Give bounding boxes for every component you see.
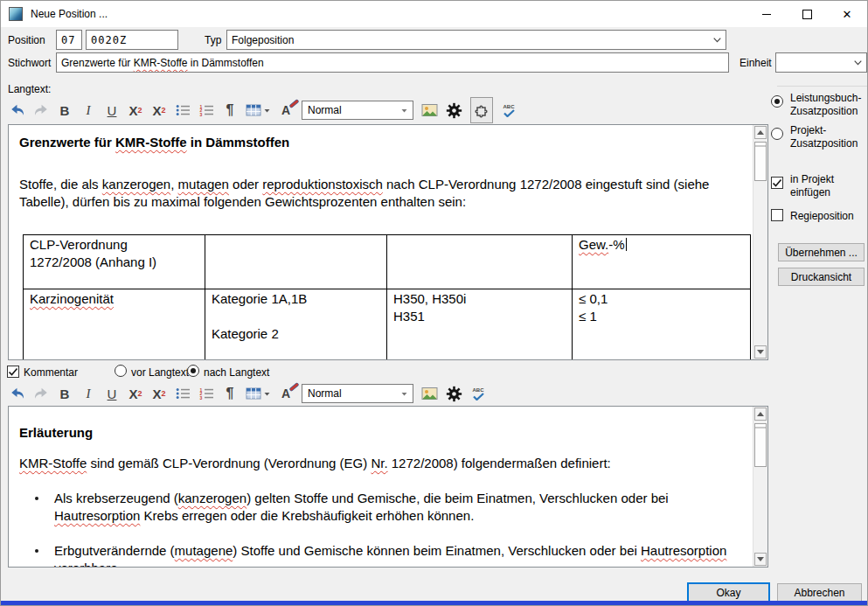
- font-color-button[interactable]: A: [278, 100, 294, 121]
- table-cell[interactable]: ≤ 0,1≤ 1: [573, 289, 751, 360]
- bullet-list-button[interactable]: [175, 383, 191, 404]
- langtext-editor[interactable]: Grenzwerte für KMR-Stoffe in Dämmstoffen…: [8, 124, 768, 360]
- close-button[interactable]: ✕: [827, 1, 867, 27]
- superscript-button[interactable]: X2: [128, 383, 143, 404]
- pilcrow-button[interactable]: ¶: [222, 383, 238, 404]
- italic-button[interactable]: I: [80, 383, 96, 404]
- scroll-down-button[interactable]: [754, 345, 767, 359]
- kommentar-heading: Erläuterung: [19, 424, 93, 442]
- list-item: Als krebserzeugend (kanzerogen) gelten S…: [35, 490, 739, 525]
- spellcheck-button[interactable]: ABC: [501, 100, 517, 121]
- puzzle-icon: [474, 102, 490, 118]
- underline-button[interactable]: U: [104, 383, 120, 404]
- nach-langtext-radio[interactable]: [187, 365, 199, 377]
- font-color-button[interactable]: A: [278, 383, 294, 404]
- uebernehmen-button[interactable]: Übernehmen ...: [778, 243, 865, 261]
- redo-button[interactable]: [33, 100, 49, 121]
- typ-label: Typ: [205, 34, 221, 46]
- bold-button[interactable]: B: [57, 383, 73, 404]
- pen-icon: [289, 383, 298, 391]
- table-cell[interactable]: H350, H350iH351: [387, 289, 573, 360]
- gear-icon: [446, 386, 462, 402]
- regieposition-checkbox[interactable]: [771, 209, 783, 221]
- langtext-table: CLP-Verordnung1272/2008 (Anhang I) Gew.-…: [23, 234, 751, 359]
- table-dropdown-icon: [264, 108, 270, 113]
- stichwort-input[interactable]: Grenzwerte für KMR-Stoffe in Dämmstoffen: [56, 52, 729, 73]
- langtext-heading: Grenzwerte für KMR-Stoffe in Dämmstoffen: [19, 134, 289, 151]
- gear-icon: [446, 102, 462, 119]
- redo-icon: [33, 103, 49, 117]
- settings-button[interactable]: [446, 383, 462, 404]
- scroll-thumb[interactable]: [754, 423, 767, 467]
- table-cell[interactable]: CLP-Verordnung1272/2008 (Anhang I): [24, 235, 205, 289]
- insert-image-button[interactable]: [421, 100, 438, 121]
- settings-button[interactable]: [446, 100, 462, 121]
- svg-text:3: 3: [199, 395, 202, 400]
- table-cell[interactable]: [205, 235, 387, 289]
- abbrechen-button[interactable]: Abbrechen: [777, 583, 862, 603]
- spellcheck-button[interactable]: ABC: [470, 383, 486, 404]
- chevron-down-icon: [854, 60, 862, 66]
- vor-langtext-radio[interactable]: [115, 365, 127, 377]
- typ-select[interactable]: Folgeposition: [226, 30, 726, 50]
- pilcrow-button[interactable]: ¶: [222, 100, 238, 121]
- group-divider: [777, 86, 868, 87]
- paragraph-style-select[interactable]: Normal: [302, 384, 413, 403]
- table-cell[interactable]: Gew.-%: [573, 235, 751, 289]
- superscript-button[interactable]: X2: [128, 100, 143, 121]
- table-button[interactable]: [246, 383, 270, 404]
- scroll-up-button[interactable]: [754, 126, 767, 139]
- scroll-thumb[interactable]: [754, 142, 767, 181]
- undo-button[interactable]: [10, 100, 25, 121]
- arrow-up-icon: [757, 130, 764, 135]
- check-icon: [503, 109, 515, 117]
- table-cell[interactable]: Kategorie 1A,1BKategorie 2: [205, 289, 387, 360]
- table-button[interactable]: [246, 100, 270, 121]
- kommentar-editor[interactable]: Erläuterung KMR-Stoffe sind gemäß CLP-Ve…: [8, 406, 768, 568]
- paragraph-style-select[interactable]: Normal: [302, 101, 413, 120]
- bullet-list-icon: [176, 104, 191, 116]
- in-projekt-einfuegen-checkbox[interactable]: [771, 177, 783, 189]
- kommentar-scrollbar[interactable]: [753, 407, 767, 567]
- projekt-zusatzposition-radio[interactable]: [771, 128, 783, 140]
- position-number-input[interactable]: 0020Z: [86, 30, 178, 50]
- einheit-select[interactable]: [775, 52, 867, 73]
- langtext-scrollbar[interactable]: [753, 125, 767, 359]
- regieposition-label: Regieposition: [790, 210, 854, 222]
- numbered-list-button[interactable]: 123: [198, 100, 214, 121]
- scroll-down-button[interactable]: [754, 553, 767, 566]
- textbaustein-button[interactable]: [470, 97, 493, 123]
- numbered-list-button[interactable]: 123: [198, 383, 214, 404]
- taskbar-sliver: [1, 601, 867, 605]
- subscript-button[interactable]: X2: [151, 100, 167, 121]
- check-icon: [772, 178, 782, 188]
- leistungsbuch-zusatzposition-radio[interactable]: [771, 95, 783, 108]
- bullet-list-button[interactable]: [175, 100, 191, 121]
- underline-button[interactable]: U: [104, 100, 120, 121]
- okay-button[interactable]: Okay: [687, 582, 770, 603]
- table-cell[interactable]: [387, 235, 573, 289]
- bold-button[interactable]: B: [57, 100, 73, 121]
- insert-image-button[interactable]: [421, 383, 438, 404]
- maximize-button[interactable]: [787, 1, 827, 27]
- bullet-list-icon: [176, 387, 191, 400]
- position-group-input[interactable]: 07: [56, 30, 82, 50]
- table-cell[interactable]: Karzinogenität: [24, 289, 205, 360]
- redo-button[interactable]: [33, 383, 49, 404]
- maximize-icon: [802, 10, 812, 19]
- druckansicht-button[interactable]: Druckansicht: [778, 268, 865, 286]
- projekt-zusatzposition-label: Projekt- Zusatzposition: [790, 124, 858, 150]
- minimize-button[interactable]: [746, 1, 787, 27]
- text-cursor: [626, 238, 627, 251]
- arrow-up-icon: [757, 412, 764, 416]
- undo-button[interactable]: [10, 383, 25, 404]
- image-icon: [421, 103, 438, 117]
- kommentar-checkbox[interactable]: [7, 366, 19, 378]
- bullet-icon: [35, 497, 38, 500]
- italic-button[interactable]: I: [80, 100, 96, 121]
- subscript-button[interactable]: X2: [151, 383, 167, 404]
- numbered-list-icon: 123: [199, 387, 214, 400]
- langtext-label: Langtext:: [8, 83, 51, 95]
- scroll-up-button[interactable]: [754, 407, 767, 421]
- undo-icon: [10, 103, 25, 117]
